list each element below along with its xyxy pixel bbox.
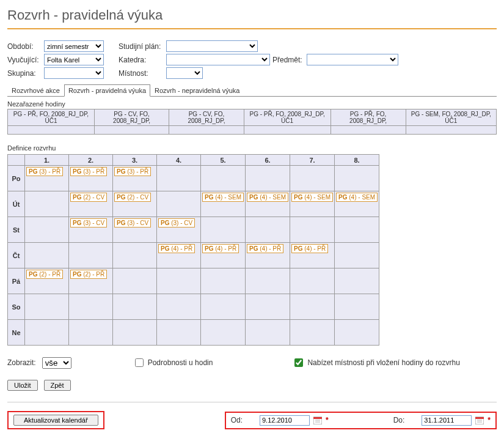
grid-cell[interactable] xyxy=(113,320,157,346)
grid-cell[interactable] xyxy=(290,268,335,294)
grid-cell[interactable] xyxy=(201,268,246,294)
grid-cell[interactable]: PG (3) - CV xyxy=(69,217,113,243)
unassigned-header[interactable]: PG - CV, FO, 2008_RJ_DP, xyxy=(94,109,169,126)
show-select[interactable]: vše xyxy=(42,357,71,369)
unassigned-header[interactable]: PG - PŘ, FO, 2008_RJ_DP, xyxy=(331,109,406,126)
grid-cell[interactable] xyxy=(113,268,157,294)
grid-cell[interactable]: PG (4) - PŘ xyxy=(157,243,201,268)
grid-cell[interactable] xyxy=(335,217,379,243)
save-button[interactable]: Uložit xyxy=(7,380,38,391)
grid-cell[interactable]: PG (3) - PŘ xyxy=(69,166,113,191)
grid-cell[interactable] xyxy=(335,320,379,346)
grid-cell[interactable] xyxy=(246,320,290,346)
unassigned-cell[interactable] xyxy=(169,126,244,135)
grid-cell[interactable]: PG (4) - SEM xyxy=(246,191,290,217)
grid-cell[interactable]: PG (2) - CV xyxy=(113,191,157,217)
grid-cell[interactable] xyxy=(25,191,69,217)
grid-cell[interactable] xyxy=(246,294,290,320)
grid-cell[interactable]: PG (3) - PŘ xyxy=(25,166,69,191)
date-to-input[interactable] xyxy=(422,415,472,426)
grid-cell[interactable] xyxy=(201,217,246,243)
lesson-chip[interactable]: PG (4) - PŘ xyxy=(158,244,195,253)
grid-cell[interactable] xyxy=(246,217,290,243)
grid-cell[interactable] xyxy=(290,320,335,346)
grid-cell[interactable]: PG (4) - SEM xyxy=(290,191,335,217)
grid-cell[interactable] xyxy=(25,294,69,320)
grid-cell[interactable]: PG (4) - SEM xyxy=(201,191,246,217)
grid-cell[interactable] xyxy=(335,268,379,294)
lesson-chip[interactable]: PG (3) - CV xyxy=(158,218,195,228)
grid-cell[interactable] xyxy=(201,320,246,346)
calendar-icon[interactable] xyxy=(475,416,484,424)
lesson-chip[interactable]: PG (3) - PŘ xyxy=(26,167,63,176)
unassigned-cell[interactable] xyxy=(244,126,331,135)
grid-cell[interactable] xyxy=(246,268,290,294)
grid-cell[interactable] xyxy=(69,294,113,320)
grid-cell[interactable] xyxy=(335,294,379,320)
back-button[interactable]: Zpět xyxy=(44,380,71,391)
grid-cell[interactable]: PG (2) - PŘ xyxy=(25,268,69,294)
lesson-chip[interactable]: PG (3) - PŘ xyxy=(70,167,107,176)
unassigned-header[interactable]: PG - PŘ, FO, 2008_RJ_DP, ÚČ1 xyxy=(8,109,95,126)
grid-cell[interactable] xyxy=(69,243,113,268)
unassigned-cell[interactable] xyxy=(331,126,406,135)
lesson-chip[interactable]: PG (2) - PŘ xyxy=(26,270,63,279)
unassigned-header[interactable]: PG - SEM, FO, 2008_RJ_DP, ÚČ1 xyxy=(406,109,496,126)
grid-cell[interactable] xyxy=(157,191,201,217)
tab-regular[interactable]: Rozvrh - pravidelná výuka xyxy=(64,84,150,97)
lesson-chip[interactable]: PG (2) - CV xyxy=(70,193,107,202)
grid-cell[interactable]: PG (3) - PŘ xyxy=(113,166,157,191)
grid-cell[interactable] xyxy=(335,166,379,191)
offer-rooms-label[interactable]: Nabízet místnosti při vložení hodiny do … xyxy=(307,358,459,367)
lesson-chip[interactable]: PG (4) - PŘ xyxy=(247,244,283,253)
grid-cell[interactable] xyxy=(201,294,246,320)
lesson-chip[interactable]: PG (3) - CV xyxy=(70,218,107,228)
group-select[interactable] xyxy=(44,67,104,79)
grid-cell[interactable] xyxy=(113,243,157,268)
unassigned-cell[interactable] xyxy=(94,126,169,135)
grid-cell[interactable]: PG (3) - CV xyxy=(157,217,201,243)
room-select[interactable] xyxy=(166,67,203,79)
grid-cell[interactable] xyxy=(290,217,335,243)
lesson-chip[interactable]: PG (4) - SEM xyxy=(202,193,244,202)
grid-cell[interactable] xyxy=(157,166,201,191)
calendar-icon[interactable] xyxy=(313,416,322,424)
grid-cell[interactable]: PG (2) - CV xyxy=(69,191,113,217)
grid-cell[interactable]: PG (2) - PŘ xyxy=(69,268,113,294)
lesson-chip[interactable]: PG (3) - PŘ xyxy=(114,167,151,176)
grid-cell[interactable] xyxy=(25,217,69,243)
grid-cell[interactable] xyxy=(69,320,113,346)
grid-cell[interactable] xyxy=(290,166,335,191)
lesson-chip[interactable]: PG (2) - PŘ xyxy=(70,270,107,279)
date-from-input[interactable] xyxy=(260,415,310,426)
unassigned-header[interactable]: PG - PŘ, FO, 2008_RJ_DP, ÚČ1 xyxy=(244,109,331,126)
grid-cell[interactable] xyxy=(25,243,69,268)
grid-cell[interactable] xyxy=(113,294,157,320)
grid-cell[interactable] xyxy=(157,268,201,294)
lesson-chip[interactable]: PG (4) - SEM xyxy=(291,193,333,202)
grid-cell[interactable]: PG (3) - CV xyxy=(113,217,157,243)
tab-irregular[interactable]: Rozvrh - nepravidelná výuka xyxy=(150,84,244,97)
grid-cell[interactable]: PG (4) - PŘ xyxy=(290,243,335,268)
details-label[interactable]: Podrobnosti u hodin xyxy=(148,358,213,367)
unassigned-cell[interactable] xyxy=(8,126,95,135)
lesson-chip[interactable]: PG (4) - PŘ xyxy=(291,244,328,253)
grid-cell[interactable] xyxy=(335,243,379,268)
lesson-chip[interactable]: PG (4) - PŘ xyxy=(202,244,239,253)
grid-cell[interactable] xyxy=(157,320,201,346)
grid-cell[interactable]: PG (4) - PŘ xyxy=(201,243,246,268)
offer-rooms-checkbox[interactable] xyxy=(294,358,303,367)
lesson-chip[interactable]: PG (4) - SEM xyxy=(336,193,378,202)
lesson-chip[interactable]: PG (4) - SEM xyxy=(247,193,288,202)
lesson-chip[interactable]: PG (3) - CV xyxy=(114,218,151,228)
unassigned-cell[interactable] xyxy=(406,126,496,135)
grid-cell[interactable] xyxy=(290,294,335,320)
plan-select[interactable] xyxy=(166,40,258,52)
grid-cell[interactable] xyxy=(201,166,246,191)
grid-cell[interactable] xyxy=(246,166,290,191)
grid-cell[interactable] xyxy=(157,294,201,320)
dept-select[interactable] xyxy=(166,54,270,65)
grid-cell[interactable]: PG (4) - SEM xyxy=(335,191,379,217)
details-checkbox[interactable] xyxy=(135,358,144,367)
lesson-chip[interactable]: PG (2) - CV xyxy=(114,193,151,202)
